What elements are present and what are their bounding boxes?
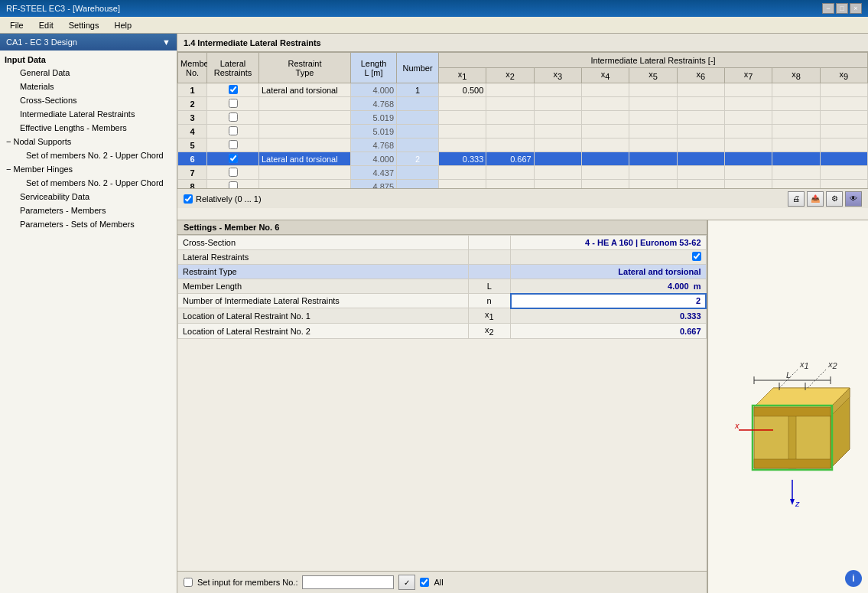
row-checkbox[interactable] (229, 99, 238, 108)
table-cell (534, 152, 581, 166)
table-tool-btn-3[interactable]: ⚙ (826, 191, 843, 207)
table-scroll[interactable]: MemberNo. LateralRestraints RestraintTyp… (177, 52, 868, 188)
col-header-x5: x5 (629, 68, 677, 83)
lateral-restraints-checkbox[interactable] (692, 252, 701, 261)
table-cell (724, 166, 772, 180)
row-checkbox[interactable] (229, 154, 238, 163)
sidebar-item-nodal-supports-sub[interactable]: Set of members No. 2 - Upper Chord (3, 148, 174, 162)
table-cell (534, 83, 581, 97)
menu-help[interactable]: Help (107, 18, 138, 32)
sidebar-item-parameters-sets[interactable]: Parameters - Sets of Members (3, 217, 174, 231)
table-cell (820, 83, 867, 97)
settings-row-member-length: Member Length L 4.000 m (178, 279, 707, 294)
table-cell (534, 125, 581, 138)
col-header-x3: x3 (534, 68, 581, 83)
table-tool-btn-4[interactable]: 👁 (845, 191, 862, 207)
settings-label-member-length: Member Length (178, 279, 469, 294)
table-cell (581, 138, 629, 152)
settings-row-num-restraints: Number of Intermediate Lateral Restraint… (178, 294, 707, 308)
table-cell (207, 97, 259, 111)
col-header-number: Number (397, 53, 439, 83)
sidebar-item-materials[interactable]: Materials (3, 80, 174, 93)
settings-row-lateral-restraints: Lateral Restraints (178, 250, 707, 265)
set-input-label: Set input for members No.: (197, 578, 297, 587)
set-input-apply-btn[interactable]: ✓ (398, 575, 415, 590)
settings-value-num-restraints[interactable]: 2 (511, 294, 707, 308)
table-cell (486, 138, 534, 152)
row-checkbox[interactable] (229, 140, 238, 149)
table-row[interactable]: 74.437 (178, 166, 868, 180)
table-cell (534, 138, 581, 152)
row-checkbox[interactable] (229, 112, 238, 122)
table-cell: 0.500 (439, 83, 486, 97)
maximize-button[interactable]: □ (836, 3, 848, 14)
bottom-section: Settings - Member No. 6 Cross-Section 4 … (177, 220, 868, 593)
table-cell (772, 125, 820, 138)
col-header-x1: x1 (439, 68, 486, 83)
table-cell: 8 (178, 180, 207, 188)
table-cell (207, 180, 259, 188)
table-cell (207, 111, 259, 125)
table-row[interactable]: 35.019 (178, 111, 868, 125)
table-cell (724, 138, 772, 152)
close-button[interactable]: × (850, 3, 862, 14)
minimize-button[interactable]: − (822, 3, 834, 14)
set-input-field[interactable] (302, 575, 394, 589)
table-cell (397, 97, 439, 111)
relatively-checkbox[interactable] (184, 194, 193, 204)
table-row[interactable]: 54.768 (178, 138, 868, 152)
settings-value-cross-section: 4 - HE A 160 | Euronom 53-62 (511, 236, 707, 250)
table-cell (772, 152, 820, 166)
settings-label-location-1: Location of Lateral Restraint No. 1 (178, 308, 469, 324)
sidebar-item-intermediate-lateral[interactable]: Intermediate Lateral Restraints (3, 107, 174, 121)
table-cell: 7 (178, 166, 207, 180)
table-row[interactable]: 24.768 (178, 97, 868, 111)
table-tool-btn-1[interactable]: 🖨 (788, 191, 805, 207)
table-cell (207, 138, 259, 152)
sidebar-item-nodal-supports[interactable]: − Nodal Supports (3, 135, 174, 148)
nav-tree: Input Data General Data Materials Cross-… (0, 51, 177, 593)
table-cell (534, 111, 581, 125)
table-cell (772, 83, 820, 97)
menu-settings[interactable]: Settings (62, 18, 106, 32)
settings-sym-num-restraints: n (468, 294, 510, 308)
table-cell (677, 180, 724, 188)
row-checkbox[interactable] (229, 168, 238, 177)
table-cell: 5.019 (351, 125, 397, 138)
col-header-x7: x7 (724, 68, 772, 83)
sidebar-item-effective-lengths[interactable]: Effective Lengths - Members (3, 121, 174, 135)
dropdown-arrow-icon[interactable]: ▼ (162, 37, 171, 47)
sidebar-item-cross-sections[interactable]: Cross-Sections (3, 93, 174, 107)
settings-sym-member-length: L (468, 279, 510, 294)
table-cell (629, 111, 677, 125)
menu-edit[interactable]: Edit (32, 18, 60, 32)
sidebar-item-serviceability[interactable]: Serviceability Data (3, 190, 174, 204)
row-checkbox[interactable] (229, 85, 238, 94)
table-row[interactable]: 84.875 (178, 180, 868, 188)
title-bar-text: RF-STEEL EC3 - [Warehouse] (6, 4, 120, 13)
sidebar-item-general-data[interactable]: General Data (3, 66, 174, 80)
table-row[interactable]: 6Lateral and torsional4.00020.3330.667 (178, 152, 868, 166)
panel-header: CA1 - EC 3 Design ▼ (0, 34, 177, 51)
sidebar-item-member-hinges[interactable]: − Member Hinges (3, 162, 174, 176)
table-cell (724, 125, 772, 138)
menu-file[interactable]: File (3, 18, 31, 32)
table-tool-btn-2[interactable]: 📤 (807, 191, 824, 207)
table-cell (259, 97, 351, 111)
all-checkbox[interactable] (420, 578, 429, 587)
sidebar-item-parameters-members[interactable]: Parameters - Members (3, 204, 174, 217)
table-cell (629, 138, 677, 152)
set-input-checkbox[interactable] (184, 578, 193, 587)
table-cell (820, 152, 867, 166)
table-cell (207, 83, 259, 97)
table-row[interactable]: 45.019 (178, 125, 868, 138)
row-checkbox[interactable] (229, 181, 238, 188)
settings-label-location-2: Location of Lateral Restraint No. 2 (178, 324, 469, 339)
info-button[interactable]: i (845, 570, 862, 587)
sidebar-item-member-hinges-sub[interactable]: Set of members No. 2 - Upper Chord (3, 176, 174, 190)
settings-sym-location-2: x2 (468, 324, 510, 339)
table-cell (724, 83, 772, 97)
table-cell (677, 111, 724, 125)
row-checkbox[interactable] (229, 126, 238, 135)
table-row[interactable]: 1Lateral and torsional4.00010.500 (178, 83, 868, 97)
